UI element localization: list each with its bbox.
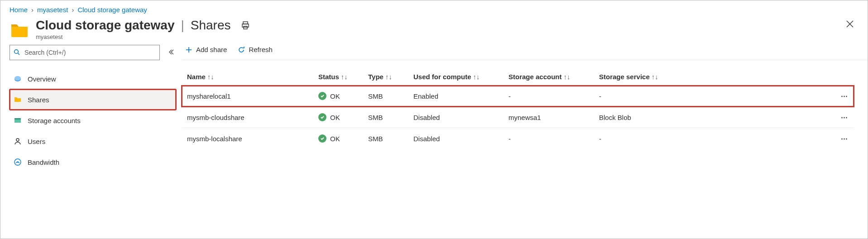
table-row[interactable]: mysmb-cloudshare OK SMB Disabled mynewsa… <box>182 107 854 128</box>
storage-icon <box>13 116 22 125</box>
search-icon <box>14 49 20 57</box>
breadcrumb-link-blade[interactable]: Cloud storage gateway <box>77 6 147 14</box>
command-bar: Add share Refresh <box>182 45 868 60</box>
chevron-right-icon: › <box>72 6 74 14</box>
cell-account: mynewsa1 <box>503 107 594 128</box>
row-actions-button[interactable]: ⋯ <box>680 128 854 149</box>
cell-status: OK <box>313 128 363 149</box>
cell-compute: Enabled <box>408 86 503 107</box>
svg-line-6 <box>18 53 20 55</box>
cell-type: SMB <box>363 128 408 149</box>
sidebar-item-label: Overview <box>28 75 56 83</box>
svg-rect-0 <box>243 22 248 24</box>
table-row[interactable]: mysmb-localshare OK SMB Disabled - - ⋯ <box>182 128 854 149</box>
sidebar-item-storage-accounts[interactable]: Storage accounts <box>10 110 176 131</box>
breadcrumb: Home › myasetest › Cloud storage gateway <box>0 0 868 18</box>
cell-name: mysmb-localshare <box>182 128 313 149</box>
row-actions-button[interactable]: ⋯ <box>680 107 854 128</box>
refresh-label: Refresh <box>249 46 273 53</box>
search-input[interactable] <box>24 48 156 57</box>
svg-point-11 <box>16 139 19 141</box>
collapse-sidebar-button[interactable] <box>166 47 176 58</box>
svg-rect-10 <box>14 118 21 120</box>
sidebar-item-label: Shares <box>28 96 49 104</box>
status-ok-icon <box>318 134 326 143</box>
status-ok-icon <box>318 113 326 121</box>
search-input-wrapper[interactable] <box>10 45 160 60</box>
sidebar: Overview Shares Storage accounts Users B <box>0 45 182 172</box>
add-share-button[interactable]: Add share <box>185 46 227 53</box>
cell-service: Block Blob <box>594 107 680 128</box>
sidebar-item-shares[interactable]: Shares <box>10 89 176 110</box>
svg-rect-1 <box>242 24 249 27</box>
sidebar-item-bandwidth[interactable]: Bandwidth <box>10 152 176 172</box>
breadcrumb-link-resource[interactable]: myasetest <box>37 6 68 14</box>
title-divider: | <box>181 18 184 33</box>
user-icon <box>13 137 22 146</box>
cell-type: SMB <box>363 107 408 128</box>
main-content: Add share Refresh Name↑↓ Status↑↓ Type↑↓… <box>182 45 868 172</box>
page-title: Cloud storage gateway <box>36 18 175 33</box>
col-header-service[interactable]: Storage service↑↓ <box>594 68 680 86</box>
cell-account: - <box>503 86 594 107</box>
folder-icon <box>10 20 29 40</box>
svg-point-8 <box>14 76 21 81</box>
page-subtitle: myasetest <box>36 33 231 40</box>
svg-rect-2 <box>244 26 247 29</box>
table-row[interactable]: mysharelocal1 OK SMB Enabled - - ⋯ <box>182 86 854 107</box>
sidebar-item-label: Bandwidth <box>28 158 59 166</box>
cell-compute: Disabled <box>408 128 503 149</box>
sidebar-item-label: Users <box>28 138 45 145</box>
cell-status: OK <box>313 86 363 107</box>
close-button[interactable] <box>846 20 854 29</box>
cell-name: mysharelocal1 <box>182 86 313 107</box>
bandwidth-icon <box>13 158 22 167</box>
cell-type: SMB <box>363 86 408 107</box>
refresh-button[interactable]: Refresh <box>238 46 273 53</box>
cell-compute: Disabled <box>408 107 503 128</box>
sidebar-item-overview[interactable]: Overview <box>10 68 176 89</box>
page-section-title: Shares <box>191 18 231 33</box>
col-header-name[interactable]: Name↑↓ <box>182 68 313 86</box>
folder-icon <box>13 95 22 104</box>
col-header-status[interactable]: Status↑↓ <box>313 68 363 86</box>
cell-status: OK <box>313 107 363 128</box>
col-header-compute[interactable]: Used for compute↑↓ <box>408 68 503 86</box>
svg-point-5 <box>14 49 19 53</box>
col-header-account[interactable]: Storage account↑↓ <box>503 68 594 86</box>
breadcrumb-link-home[interactable]: Home <box>10 6 28 14</box>
print-button[interactable] <box>241 21 250 31</box>
chevron-right-icon: › <box>31 6 34 14</box>
sidebar-item-label: Storage accounts <box>28 117 81 124</box>
cell-name: mysmb-cloudshare <box>182 107 313 128</box>
add-share-label: Add share <box>196 46 227 53</box>
blade-header: Cloud storage gateway | Shares myasetest <box>0 18 868 42</box>
cell-service: - <box>594 128 680 149</box>
status-ok-icon <box>318 92 326 100</box>
sidebar-item-users[interactable]: Users <box>10 131 176 152</box>
row-actions-button[interactable]: ⋯ <box>680 86 854 107</box>
overview-icon <box>13 74 22 83</box>
col-header-type[interactable]: Type↑↓ <box>363 68 408 86</box>
shares-table: Name↑↓ Status↑↓ Type↑↓ Used for compute↑… <box>182 68 854 149</box>
cell-account: - <box>503 128 594 149</box>
cell-service: - <box>594 86 680 107</box>
